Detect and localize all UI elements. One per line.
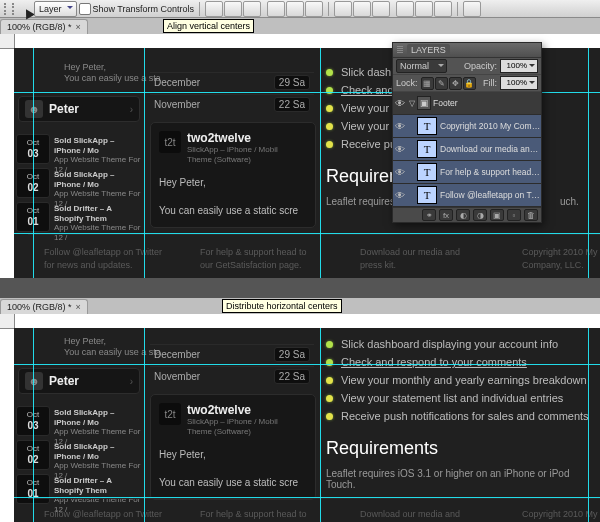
opacity-input[interactable]: 100% [500, 59, 538, 73]
align-button[interactable] [205, 1, 223, 17]
guide-vertical[interactable] [33, 328, 34, 522]
layer-row[interactable]: 👁TFor help & support head to our .. [393, 161, 541, 184]
card-subtitle: SlickApp – iPhone / MobilTheme (Software… [187, 417, 278, 436]
align-button[interactable] [243, 1, 261, 17]
visibility-icon[interactable]: 👁 [393, 167, 407, 178]
layer-group-row[interactable]: 👁 ▽ ▣ Footer [393, 92, 541, 115]
close-icon[interactable]: × [76, 302, 81, 312]
guide-horizontal[interactable] [14, 364, 600, 365]
lock-transparent-icon[interactable]: ▦ [421, 77, 434, 90]
distribute-button[interactable] [334, 1, 352, 17]
guide-vertical[interactable] [144, 48, 145, 278]
disclosure-triangle-icon[interactable]: ▽ [407, 99, 417, 108]
separator [199, 2, 200, 16]
guide-vertical[interactable] [588, 328, 589, 522]
dot-icon [326, 105, 333, 112]
user-name: Peter [49, 102, 79, 116]
new-group-icon[interactable]: ▣ [490, 209, 504, 221]
layer-name[interactable]: Download our media and press.. [440, 144, 541, 154]
distribute-horizontal-centers-button[interactable] [415, 1, 433, 17]
user-name: Peter [49, 374, 79, 388]
mask-icon[interactable]: ◐ [456, 209, 470, 221]
grip-icon [4, 3, 14, 15]
ruler-horizontal[interactable] [14, 314, 600, 329]
ruler-corner [0, 34, 15, 49]
feature-bullet: View your monthly and yearly earnings br… [326, 374, 587, 386]
layer-name[interactable]: Footer [433, 98, 541, 108]
text-layer-icon: T [417, 186, 437, 204]
delete-icon[interactable]: 🗑 [524, 209, 538, 221]
align-button[interactable] [305, 1, 323, 17]
panel-titlebar[interactable]: LAYERS [393, 43, 541, 58]
guide-vertical[interactable] [320, 48, 321, 278]
guide-vertical[interactable] [144, 328, 145, 522]
app-icon: t2t [159, 131, 181, 153]
layer-name[interactable]: For help & support head to our .. [440, 167, 541, 177]
guide-horizontal[interactable] [14, 233, 600, 234]
separator [457, 2, 458, 16]
fx-icon[interactable]: fx [439, 209, 453, 221]
card-subtitle: SlickApp – iPhone / MobilTheme (Software… [187, 145, 278, 164]
artboard[interactable]: Hey Peter, You can easily use a sta ☻ Pe… [14, 328, 600, 522]
app-icon: t2t [159, 403, 181, 425]
guide-vertical[interactable] [588, 48, 589, 278]
layer-row[interactable]: 👁TDownload our media and press.. [393, 138, 541, 161]
layers-panel[interactable]: LAYERS Normal Opacity: 100% Lock: ▦ ✎ ✥ … [392, 42, 542, 223]
guide-vertical[interactable] [320, 328, 321, 522]
panel-footer: ⚭ fx ◐ ◑ ▣ ▫ 🗑 [393, 207, 541, 222]
visibility-icon[interactable]: 👁 [393, 121, 407, 132]
feature-bullet: Slick dashboard displaying your account … [326, 338, 558, 350]
blend-mode-dropdown[interactable]: Normal [396, 59, 447, 73]
panel-tab-layers[interactable]: LAYERS [407, 44, 450, 56]
text: You can easily use a sta [64, 73, 161, 85]
layer-row[interactable]: 👁TCopyright 2010 My Company,.. [393, 115, 541, 138]
lock-row: Lock: ▦ ✎ ✥ 🔒 Fill: 100% [393, 75, 541, 92]
document-tab[interactable]: 100% (RGB/8) *× [0, 19, 88, 34]
user-card: ☻ Peter › [18, 96, 140, 122]
align-button[interactable] [224, 1, 242, 17]
document-tab[interactable]: 100% (RGB/8) *× [0, 299, 88, 314]
link-layers-icon[interactable]: ⚭ [422, 209, 436, 221]
card-title: two2twelve [187, 403, 278, 417]
ruler-vertical[interactable] [0, 314, 15, 522]
lock-position-icon[interactable]: ✥ [449, 77, 462, 90]
layer-name[interactable]: Follow @leafletapp on Twitter f.. [440, 190, 541, 200]
tooltip: Distribute horizontal centers [222, 299, 342, 313]
layer-name[interactable]: Copyright 2010 My Company,.. [440, 121, 541, 131]
distribute-button[interactable] [434, 1, 452, 17]
tooltip: Align vertical centers [163, 19, 254, 33]
close-icon[interactable]: × [76, 22, 81, 32]
ruler-vertical[interactable] [0, 34, 15, 278]
show-transform-checkbox[interactable] [79, 3, 91, 15]
calendar-row: December29 Sa [150, 344, 314, 364]
list-item: Sold SlickApp – iPhone / MoApp Website T… [54, 442, 142, 480]
footer-text: For help & support head toour GetSatisfa… [200, 508, 307, 522]
visibility-icon[interactable]: 👁 [393, 98, 407, 109]
align-button[interactable] [286, 1, 304, 17]
distribute-button[interactable] [396, 1, 414, 17]
lock-all-icon[interactable]: 🔒 [463, 77, 476, 90]
new-layer-icon[interactable]: ▫ [507, 209, 521, 221]
lock-buttons: ▦ ✎ ✥ 🔒 [421, 77, 476, 90]
feature-bullet: Receive pus [326, 138, 402, 150]
align-button[interactable] [267, 1, 285, 17]
calendar-row: November22 Sa [150, 366, 314, 386]
paragraph: uch. [560, 196, 579, 207]
distribute-button[interactable] [353, 1, 371, 17]
visibility-icon[interactable]: 👁 [393, 190, 407, 201]
distribute-button[interactable] [372, 1, 390, 17]
show-transform-label: Show Transform Controls [93, 4, 195, 14]
fill-input[interactable]: 100% [500, 76, 538, 90]
guide-vertical[interactable] [33, 48, 34, 278]
guide-horizontal[interactable] [14, 497, 600, 498]
dot-icon [326, 395, 333, 402]
auto-align-button[interactable] [463, 1, 481, 17]
auto-select-dropdown[interactable]: Layer [34, 1, 77, 17]
layer-row[interactable]: 👁TFollow @leafletapp on Twitter f.. [393, 184, 541, 207]
message-card: t2t two2twelve SlickApp – iPhone / Mobil… [150, 394, 316, 500]
visibility-icon[interactable]: 👁 [393, 144, 407, 155]
card-body: Hey Peter,You can easily use a static sc… [159, 176, 307, 218]
adjustment-icon[interactable]: ◑ [473, 209, 487, 221]
lock-image-icon[interactable]: ✎ [435, 77, 448, 90]
document-tab-bar: 100% (RGB/8) *× [0, 18, 600, 35]
